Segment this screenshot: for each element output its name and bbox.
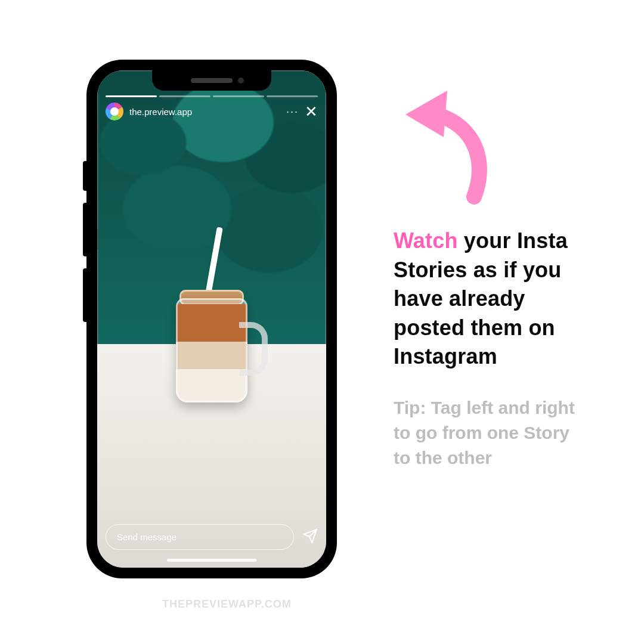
send-message-input[interactable]: Send message	[106, 524, 294, 550]
story-username[interactable]: the.preview.app	[129, 107, 192, 117]
arrow-icon	[382, 78, 513, 209]
headline-accent: Watch	[394, 228, 458, 253]
watermark: THEPREVIEWAPP.COM	[162, 598, 292, 611]
phone-screen[interactable]: the.preview.app ··· ✕ Send message	[97, 70, 326, 568]
headline: Watch your Insta Stories as if you have …	[394, 227, 590, 371]
home-indicator	[167, 559, 256, 562]
story-bg-drink	[176, 298, 247, 402]
instagram-story[interactable]: the.preview.app ··· ✕ Send message	[97, 70, 326, 568]
story-avatar[interactable]	[106, 103, 123, 120]
story-more-icon[interactable]: ···	[286, 106, 299, 118]
story-progress-bar	[106, 95, 318, 97]
close-icon[interactable]: ✕	[305, 104, 318, 119]
send-icon[interactable]	[302, 528, 318, 546]
tip-text: Tip: Tag left and right to go from one S…	[394, 395, 590, 470]
marketing-copy: Watch your Insta Stories as if you have …	[394, 227, 590, 470]
phone-mockup: the.preview.app ··· ✕ Send message	[86, 60, 337, 578]
phone-notch	[152, 70, 271, 91]
